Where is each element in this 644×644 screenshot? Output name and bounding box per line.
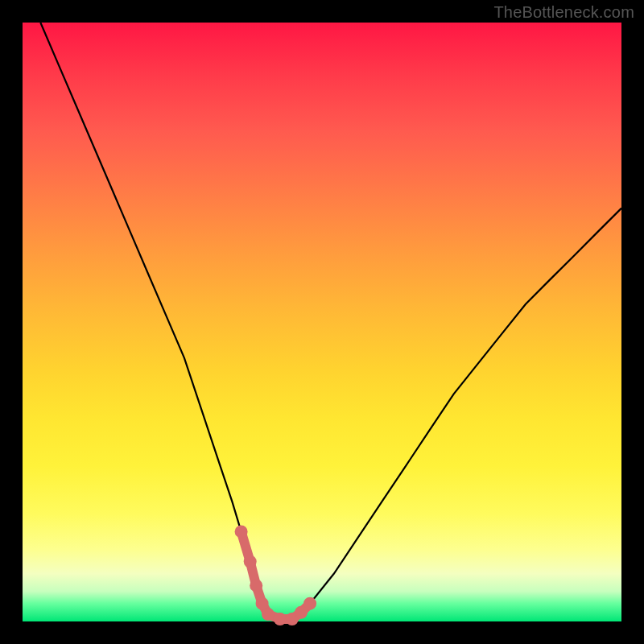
curve-path: [40, 23, 621, 619]
marker-dot: [235, 525, 248, 538]
marker-dot: [303, 597, 316, 610]
marker-dot: [250, 579, 262, 592]
marker-dot: [262, 608, 275, 621]
curve-svg: [23, 23, 621, 621]
bottleneck-curve: [40, 23, 621, 619]
marker-dot: [274, 613, 287, 625]
bottleneck-markers: [235, 525, 317, 625]
plot-area: [23, 23, 621, 621]
chart-frame: TheBottleneck.com: [0, 0, 644, 644]
marker-dot: [256, 597, 269, 610]
marker-dot: [244, 555, 257, 568]
marker-segment: [242, 531, 311, 619]
watermark-text: TheBottleneck.com: [493, 3, 634, 22]
